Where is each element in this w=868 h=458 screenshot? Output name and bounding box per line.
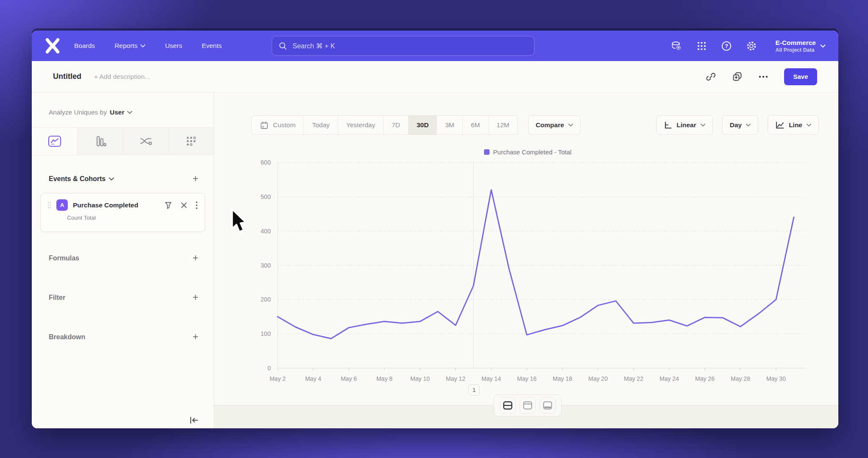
add-event-button[interactable]: + (193, 174, 198, 184)
layout-top-button[interactable] (520, 397, 536, 413)
project-selector[interactable]: E-Commerce All Project Data (775, 39, 826, 53)
chart-controls: Custom Today Yesterday 7D 30D 3M 6M 12M … (251, 115, 819, 135)
add-formula-button[interactable]: + (193, 253, 198, 263)
nav-item-boards[interactable]: Boards (74, 42, 95, 50)
range-7d[interactable]: 7D (383, 116, 408, 134)
analyze-value-dropdown[interactable]: User (110, 109, 124, 116)
y-tick-label: 200 (261, 296, 271, 303)
search-input[interactable]: Search ⌘ + K (272, 36, 534, 56)
chart-type-tabs (32, 127, 214, 155)
display-controls: Linear Day Line (656, 115, 819, 135)
line-type-icon (775, 121, 785, 129)
chevron-down-icon (807, 123, 811, 127)
x-tick-label: May 18 (553, 375, 572, 382)
event-card[interactable]: A Purchase Completed Count T (40, 193, 205, 232)
layout-split-button[interactable] (500, 397, 516, 413)
remove-event-icon[interactable] (181, 202, 187, 209)
analyze-label: Analyze Uniques by (49, 109, 107, 116)
x-tick-label: May 8 (376, 375, 392, 382)
y-tick-label: 400 (261, 228, 271, 235)
legend-label: Purchase Completed - Total (493, 148, 572, 156)
more-options-icon[interactable] (758, 71, 769, 82)
bar-chart-icon (93, 135, 107, 148)
event-name[interactable]: Purchase Completed (73, 201, 138, 209)
layout-toggle-group (494, 394, 562, 416)
range-12m[interactable]: 12M (488, 116, 517, 134)
range-label: Today (312, 121, 329, 129)
range-label: Yesterday (346, 121, 375, 129)
range-3m[interactable]: 3M (437, 116, 462, 134)
events-cohorts-title[interactable]: Events & Cohorts (49, 175, 114, 183)
calendar-icon (260, 121, 269, 130)
range-label: 3M (445, 121, 454, 129)
page-indicator[interactable]: 1 (468, 384, 480, 396)
y-tick-label: 500 (261, 193, 271, 200)
tab-bar-chart[interactable] (77, 128, 122, 155)
project-name: E-Commerce (775, 39, 816, 47)
scale-dropdown[interactable]: Linear (656, 115, 713, 135)
filter-funnel-icon[interactable] (164, 201, 172, 209)
chart-type-dropdown[interactable]: Line (768, 115, 819, 135)
compare-label: Compare (536, 121, 564, 129)
screen: { "navbar": { "items": ["Boards", "Repor… (0, 0, 868, 458)
tab-flow[interactable] (123, 128, 168, 155)
data-management-icon[interactable] (671, 40, 682, 51)
x-tick-label: May 20 (588, 375, 608, 382)
duplicate-icon[interactable] (732, 71, 743, 82)
tab-insights-line[interactable] (32, 128, 77, 155)
add-description-field[interactable]: + Add description... (94, 73, 150, 81)
y-tick-label: 100 (261, 330, 271, 337)
nav-item-events[interactable]: Events (202, 42, 222, 50)
chevron-down-icon[interactable] (127, 111, 132, 114)
svg-text:?: ? (725, 43, 729, 49)
range-label: Custom (273, 121, 295, 129)
apps-grid-icon[interactable] (696, 40, 707, 51)
help-icon[interactable]: ? (721, 40, 732, 51)
navbar-right: ? E-Commerce All Project Data (671, 39, 826, 53)
section-label: Filter (49, 294, 65, 302)
collapse-sidebar-icon[interactable] (188, 415, 200, 426)
date-range-picker: Custom Today Yesterday 7D 30D 3M 6M 12M (251, 115, 518, 135)
range-custom[interactable]: Custom (252, 116, 303, 134)
y-tick-label: 0 (267, 365, 271, 371)
add-filter-button[interactable]: + (193, 293, 198, 302)
nav-item-reports[interactable]: Reports (114, 42, 145, 50)
y-tick-label: 300 (261, 262, 271, 269)
x-tick-label: May 6 (341, 375, 357, 382)
nav-item-users[interactable]: Users (165, 42, 182, 50)
events-cohorts-section: Events & Cohorts + (49, 174, 198, 184)
save-button[interactable]: Save (784, 68, 817, 85)
line-chart: 0100200300400500600May 2May 4May 6May 8M… (237, 156, 818, 387)
range-6m[interactable]: 6M (462, 116, 488, 134)
interval-dropdown[interactable]: Day (722, 115, 758, 135)
chevron-down-icon (746, 123, 751, 127)
range-label: 30D (417, 121, 428, 129)
report-title[interactable]: Untitled (53, 72, 81, 81)
chart-legend[interactable]: Purchase Completed - Total (237, 148, 818, 156)
x-tick-label: May 12 (446, 375, 465, 382)
breakdown-section: Breakdown + (49, 332, 198, 342)
copy-link-icon[interactable] (705, 71, 716, 82)
nav-menu: Boards Reports Users Events (74, 42, 222, 50)
query-sidebar: Analyze Uniques by User (32, 92, 214, 428)
x-tick-label: May 22 (624, 375, 643, 382)
more-vertical-icon[interactable] (195, 201, 198, 209)
tab-retention[interactable] (168, 128, 214, 155)
nav-item-label: Reports (114, 42, 137, 50)
range-label: 12M (497, 121, 509, 129)
range-yesterday[interactable]: Yesterday (338, 116, 383, 134)
event-metric[interactable]: Count Total (67, 215, 198, 221)
compare-dropdown[interactable]: Compare (528, 115, 581, 135)
range-30d[interactable]: 30D (408, 116, 437, 134)
layout-bottom-button[interactable] (540, 397, 556, 413)
event-letter-badge: A (56, 199, 68, 211)
drag-handle-icon[interactable] (47, 201, 51, 209)
y-tick-label: 600 (261, 159, 271, 166)
add-breakdown-button[interactable]: + (193, 332, 198, 342)
mixpanel-logo-icon[interactable] (45, 38, 63, 54)
chevron-down-icon (820, 44, 826, 48)
settings-gear-icon[interactable] (746, 40, 757, 51)
project-subtitle: All Project Data (775, 47, 816, 53)
range-today[interactable]: Today (303, 116, 337, 134)
dots-grid-icon (185, 135, 198, 148)
